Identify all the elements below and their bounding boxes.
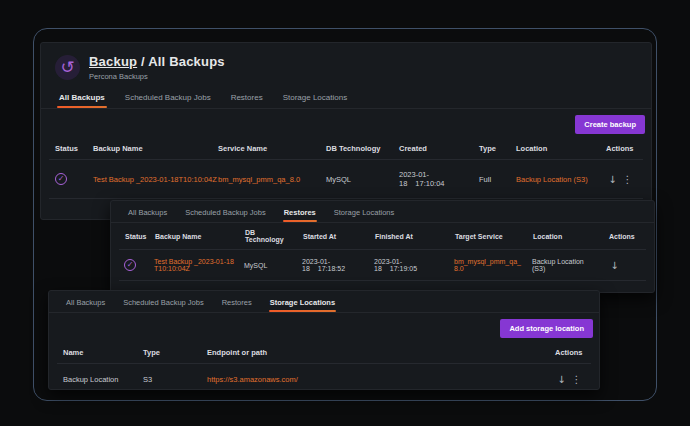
finished-time: 17:19:05 [390, 265, 417, 272]
tab-bar-storage: All Backups Scheduled Backup Jobs Restor… [49, 291, 599, 313]
col-status: Status [49, 138, 87, 160]
kebab-menu-icon[interactable]: ⋮ [621, 174, 634, 185]
created-cell: 2023-01-1817:10:04 [393, 160, 473, 199]
target-service-link[interactable]: bm_mysql_pmm_qa_8.0 [454, 258, 521, 272]
col-actions: Actions [603, 223, 646, 250]
target-service-cell: bm_mysql_pmm_qa_8.0 [449, 250, 527, 281]
restores-table: Status Backup Name DB Technology Started… [119, 223, 646, 281]
name-cell: Backup Location [57, 364, 137, 391]
storage-locations-table: Name Type Endpoint or path Actions Backu… [57, 342, 591, 390]
actions-cell: ↓ ⋮ [549, 364, 591, 391]
backup-name-cell: Test Backup _2023-01-18T10:10:04Z [87, 160, 212, 199]
col-endpoint: Endpoint or path [201, 342, 549, 364]
all-backups-header-row: Status Backup Name Service Name DB Techn… [49, 138, 643, 160]
tab-storage-locations[interactable]: Storage Locations [275, 93, 356, 108]
created-time: 17:10:04 [415, 179, 444, 188]
screen: ↺ Backup / All Backups Percona Backups A… [0, 0, 690, 426]
backup-name-link[interactable]: Test Backup _2023-01-18T10:10:04Z [93, 175, 217, 184]
endpoint-link[interactable]: https://s3.amazonaws.com/ [207, 375, 298, 384]
status-success-icon: ✓ [55, 173, 67, 185]
download-icon[interactable]: ↓ [555, 374, 568, 385]
backup-icon: ↺ [55, 55, 80, 80]
tab-storage-locations[interactable]: Storage Locations [263, 298, 342, 312]
tab-scheduled-backup-jobs[interactable]: Scheduled Backup Jobs [178, 208, 272, 222]
finished-at-cell: 2023-01-1817:19:05 [369, 250, 449, 281]
tab-bar-restores: All Backups Scheduled Backup Jobs Restor… [111, 201, 654, 223]
db-technology-cell: MySQL [320, 160, 393, 199]
tab-storage-locations[interactable]: Storage Locations [327, 208, 401, 222]
col-type: Type [473, 138, 510, 160]
page-title: Backup / All Backups [89, 54, 225, 69]
col-location: Location [527, 223, 603, 250]
restores-panel: All Backups Scheduled Backup Jobs Restor… [110, 200, 655, 293]
page-header: ↺ Backup / All Backups Percona Backups [41, 43, 651, 87]
tab-scheduled-backup-jobs[interactable]: Scheduled Backup Jobs [116, 298, 210, 312]
page-subtitle: Percona Backups [89, 72, 225, 81]
tab-restores[interactable]: Restores [277, 208, 323, 222]
restores-header-row: Status Backup Name DB Technology Started… [119, 223, 646, 250]
backup-name-link[interactable]: Test Backup _2023-01-18T10:10:04Z [154, 258, 234, 272]
tab-restores[interactable]: Restores [223, 93, 271, 108]
service-name-cell: bm_mysql_pmm_qa_8.0 [212, 160, 320, 199]
tab-all-backups[interactable]: All Backups [51, 93, 113, 108]
all-backups-toolbar: Create backup [41, 109, 651, 138]
col-finished-at: Finished At [369, 223, 449, 250]
kebab-menu-icon[interactable]: ⋮ [570, 374, 583, 385]
col-type: Type [137, 342, 201, 364]
all-backups-table: Status Backup Name Service Name DB Techn… [49, 138, 643, 199]
endpoint-cell: https://s3.amazonaws.com/ [201, 364, 549, 391]
backup-name-cell: Test Backup _2023-01-18T10:10:04Z [149, 250, 239, 281]
col-service-name: Service Name [212, 138, 320, 160]
backup-breadcrumb-link[interactable]: Backup [89, 54, 137, 69]
col-db-technology: DB Technology [320, 138, 393, 160]
service-name-link[interactable]: bm_mysql_pmm_qa_8.0 [218, 175, 300, 184]
all-backups-row: ✓ Test Backup _2023-01-18T10:10:04Z bm_m… [49, 160, 643, 199]
col-backup-name: Backup Name [149, 223, 239, 250]
col-location: Location [510, 138, 600, 160]
restores-row: ✓ Test Backup _2023-01-18T10:10:04Z MySQ… [119, 250, 646, 281]
location-cell: Backup Location (S3) [527, 250, 603, 281]
type-cell: Full [473, 160, 510, 199]
col-name: Name [57, 342, 137, 364]
actions-cell: ↓ [603, 250, 646, 281]
started-time: 17:18:52 [318, 265, 345, 272]
tab-bar-main: All Backups Scheduled Backup Jobs Restor… [41, 87, 651, 109]
tab-scheduled-backup-jobs[interactable]: Scheduled Backup Jobs [117, 93, 219, 108]
actions-cell: ↓ ⋮ [600, 160, 643, 199]
db-technology-cell: MySQL [239, 250, 297, 281]
col-status: Status [119, 223, 149, 250]
page-title-block: Backup / All Backups Percona Backups [89, 54, 225, 81]
storage-locations-panel: All Backups Scheduled Backup Jobs Restor… [48, 290, 600, 390]
started-at-cell: 2023-01-1817:18:52 [297, 250, 369, 281]
storage-header-row: Name Type Endpoint or path Actions [57, 342, 591, 364]
create-backup-button[interactable]: Create backup [575, 115, 645, 134]
status-success-icon: ✓ [124, 259, 136, 271]
storage-toolbar: Add storage location [49, 313, 599, 342]
all-backups-panel: ↺ Backup / All Backups Percona Backups A… [40, 42, 652, 220]
storage-row: Backup Location S3 https://s3.amazonaws.… [57, 364, 591, 391]
status-cell: ✓ [119, 250, 149, 281]
download-icon[interactable]: ↓ [606, 174, 619, 185]
tab-restores[interactable]: Restores [215, 298, 259, 312]
type-cell: S3 [137, 364, 201, 391]
tab-all-backups[interactable]: All Backups [121, 208, 174, 222]
col-started-at: Started At [297, 223, 369, 250]
page-title-suffix: / All Backups [141, 54, 225, 69]
download-icon[interactable]: ↓ [608, 260, 621, 271]
col-actions: Actions [549, 342, 591, 364]
location-cell: Backup Location (S3) [510, 160, 600, 199]
col-target-service: Target Service [449, 223, 527, 250]
col-actions: Actions [600, 138, 643, 160]
col-db-technology: DB Technology [239, 223, 297, 250]
status-cell: ✓ [49, 160, 87, 199]
col-backup-name: Backup Name [87, 138, 212, 160]
tab-all-backups[interactable]: All Backups [59, 298, 112, 312]
add-storage-location-button[interactable]: Add storage location [500, 319, 593, 338]
col-created: Created [393, 138, 473, 160]
location-link[interactable]: Backup Location (S3) [516, 175, 588, 184]
